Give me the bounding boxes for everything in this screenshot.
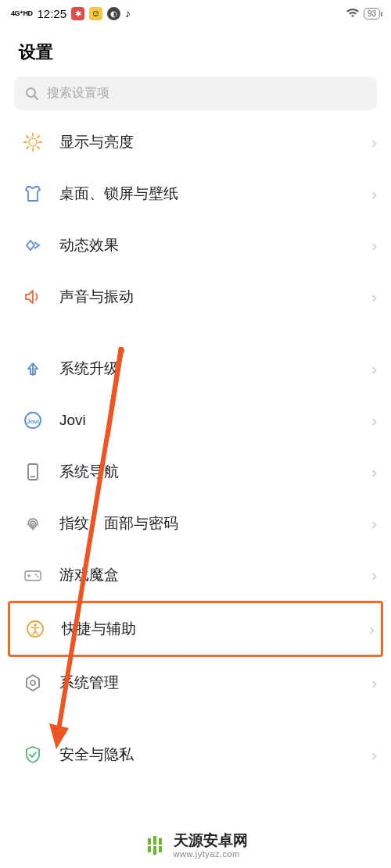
svg-point-21 (34, 623, 37, 627)
watermark-logo-icon (144, 834, 166, 856)
svg-point-22 (30, 680, 35, 685)
chevron-right-icon: › (371, 412, 377, 430)
svg-line-10 (38, 136, 39, 138)
item-label: 游戏魔盒 (59, 565, 371, 585)
watermark: 天源安卓网 www.jytyaz.com (0, 823, 391, 868)
item-label: 系统升级 (59, 359, 371, 379)
search-placeholder: 搜索设置项 (47, 85, 109, 102)
item-jovi[interactable]: Jovi Jovi › (0, 395, 391, 446)
app-icon-2: ☺ (89, 7, 102, 20)
battery-indicator: 93 (364, 8, 380, 20)
chevron-right-icon: › (369, 620, 375, 638)
fingerprint-icon (22, 513, 44, 534)
music-note-icon: ♪ (125, 7, 131, 20)
section-divider (0, 709, 391, 729)
item-label: 系统管理 (59, 673, 371, 693)
chevron-right-icon: › (371, 288, 377, 306)
tshirt-icon (22, 183, 44, 205)
arrow-up-icon (22, 358, 44, 380)
chevron-right-icon: › (371, 746, 377, 764)
shield-check-icon (22, 744, 44, 766)
item-animation[interactable]: 动态效果 › (0, 220, 391, 271)
item-label: 系统导航 (59, 462, 371, 482)
chevron-right-icon: › (371, 360, 377, 378)
svg-point-18 (35, 573, 37, 575)
item-upgrade[interactable]: 系统升级 › (0, 343, 391, 395)
search-input[interactable]: 搜索设置项 (14, 77, 377, 110)
settings-list: 显示与亮度 › 桌面、锁屏与壁纸 › 动态效果 › 声音与振动 › 系统升级 ›… (0, 116, 391, 766)
svg-line-7 (27, 136, 28, 138)
page-title: 设置 (0, 23, 391, 77)
svg-rect-32 (159, 838, 162, 845)
svg-point-19 (37, 576, 38, 577)
item-label: 安全与隐私 (59, 745, 371, 765)
item-label: 指纹、面部与密码 (59, 513, 371, 534)
chevron-right-icon: › (371, 515, 377, 533)
svg-rect-13 (28, 464, 38, 480)
chevron-right-icon: › (371, 237, 377, 255)
item-label: 桌面、锁屏与壁纸 (59, 184, 371, 204)
item-label: 快捷与辅助 (62, 619, 369, 639)
item-biometric[interactable]: 指纹、面部与密码 › (0, 498, 391, 549)
clock: 12:25 (38, 7, 67, 20)
svg-rect-30 (153, 836, 156, 845)
chevron-right-icon: › (371, 463, 377, 481)
svg-text:Jovi: Jovi (27, 418, 39, 425)
item-label: 声音与振动 (59, 287, 371, 307)
hex-gear-icon (22, 672, 44, 694)
item-label: Jovi (59, 412, 371, 429)
phone-nav-icon (22, 461, 44, 483)
svg-rect-29 (148, 846, 151, 852)
item-desktop[interactable]: 桌面、锁屏与壁纸 › (0, 168, 391, 220)
item-label: 显示与亮度 (59, 132, 371, 152)
gamepad-icon (22, 564, 44, 586)
svg-rect-31 (153, 846, 156, 855)
status-right: 93 (346, 8, 380, 20)
item-sysmgmt[interactable]: 系统管理 › (0, 657, 391, 709)
svg-line-1 (34, 96, 38, 99)
item-navigation[interactable]: 系统导航 › (0, 446, 391, 498)
chevron-right-icon: › (371, 185, 377, 203)
status-bar: 4G⁺HD 12:25 ✱ ☺ ◐ ♪ 93 (0, 0, 391, 23)
speaker-icon (22, 286, 44, 308)
item-accessibility[interactable]: 快捷与辅助 › (8, 601, 383, 657)
app-icon-3: ◐ (107, 7, 120, 20)
chevron-right-icon: › (371, 134, 377, 152)
status-left: 4G⁺HD 12:25 ✱ ☺ ◐ ♪ (11, 7, 131, 20)
jovi-icon: Jovi (22, 409, 44, 431)
watermark-url: www.jytyaz.com (174, 849, 248, 859)
signal-indicator: 4G⁺HD (11, 9, 33, 17)
search-icon (25, 87, 39, 101)
svg-line-9 (27, 147, 28, 148)
item-gamebox[interactable]: 游戏魔盒 › (0, 549, 391, 601)
accessibility-icon (24, 618, 46, 640)
svg-line-8 (38, 147, 39, 148)
watermark-title: 天源安卓网 (174, 832, 248, 849)
diamond-arrow-icon (22, 234, 44, 256)
wifi-icon (346, 9, 359, 18)
item-display[interactable]: 显示与亮度 › (0, 116, 391, 168)
section-divider (0, 323, 391, 343)
svg-rect-28 (148, 838, 151, 845)
chevron-right-icon: › (371, 674, 377, 692)
sun-icon (22, 131, 44, 153)
svg-point-2 (29, 138, 37, 146)
item-security[interactable]: 安全与隐私 › (0, 729, 391, 766)
item-label: 动态效果 (59, 235, 371, 255)
chevron-right-icon: › (371, 566, 377, 584)
app-icon-1: ✱ (71, 7, 84, 20)
svg-rect-33 (159, 846, 162, 852)
item-sound[interactable]: 声音与振动 › (0, 271, 391, 323)
